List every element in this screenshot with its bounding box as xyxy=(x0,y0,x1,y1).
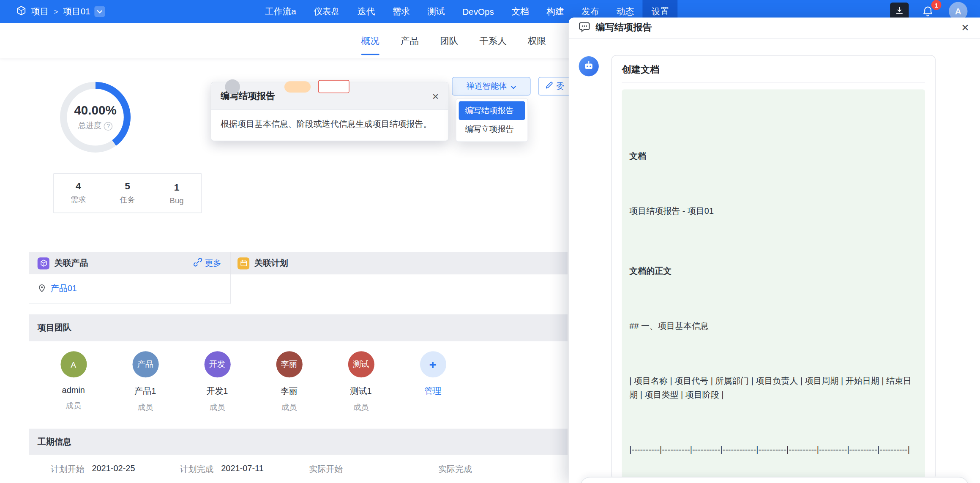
member-avatar[interactable]: 测试 xyxy=(348,351,374,377)
report-panel-header: 编写结项报告 × xyxy=(569,17,980,38)
stat-label: Bug xyxy=(170,196,184,205)
pin-icon xyxy=(38,284,46,294)
topbar-nav-item[interactable]: 仪表盘 xyxy=(305,0,349,23)
schedule-section-title: 工期信息 xyxy=(38,436,71,448)
chat-input[interactable] xyxy=(580,477,969,483)
team-section-header: 项目团队 xyxy=(29,314,568,341)
avatar-badge-gray xyxy=(225,79,240,94)
more-link[interactable]: 更多 xyxy=(193,257,221,269)
topbar-nav-item[interactable]: 工作流a xyxy=(256,0,305,23)
chat-bubble-icon xyxy=(579,21,590,34)
schedule-field-label: 实际开始 xyxy=(309,464,343,475)
related-section-header: 关联产品 更多 关联计划 xyxy=(29,252,568,274)
member-avatar[interactable]: 产品 xyxy=(132,351,158,377)
subnav-tab[interactable]: 干系人 xyxy=(479,23,506,58)
chevron-down-icon xyxy=(94,6,105,17)
delegate-button-label: 委 xyxy=(556,81,564,92)
member-role: 成员 xyxy=(66,401,81,411)
subnav-tab[interactable]: 产品 xyxy=(401,23,419,58)
progress-label-row: 总进度 ? xyxy=(78,120,113,131)
progress-donut: 40.00% 总进度 ? xyxy=(60,82,131,153)
breadcrumb-separator: > xyxy=(54,7,58,16)
progress-label: 总进度 xyxy=(78,120,101,131)
close-icon[interactable]: × xyxy=(432,90,439,102)
add-member-button[interactable]: + xyxy=(420,351,446,377)
document-line: ## 一、项目基本信息 xyxy=(629,319,917,333)
stat-item[interactable]: 4 需求 xyxy=(54,174,103,213)
schedule-fields: 计划开始 2021-02-25 计划完成 2021-07-11 实际开始 xyxy=(29,455,568,483)
breadcrumb-product: 项目 xyxy=(31,6,49,17)
team-members: A admin 成员 产品 产品1 成员 开发 开发1 xyxy=(29,341,568,425)
document-card-title: 创建文档 xyxy=(622,64,925,76)
member-avatar[interactable]: A xyxy=(60,351,87,377)
document-card: 创建文档 文档 项目结项报告 - 项目01 文档的正文 ## 一、项目基本信息 … xyxy=(611,55,936,480)
product-icon xyxy=(38,257,49,269)
stat-item[interactable]: 5 任务 xyxy=(103,174,152,213)
related-products-title: 关联产品 xyxy=(55,257,88,269)
close-icon[interactable]: × xyxy=(961,21,969,34)
agent-dropdown-button[interactable]: 禅道智能体 xyxy=(452,77,530,96)
document-line: | 项目名称 | 项目代号 | 所属部门 | 项目负责人 | 项目周期 | 开始… xyxy=(629,374,917,402)
topbar-nav-item[interactable]: 需求 xyxy=(384,0,419,23)
schedule-field-value: 2021-07-11 xyxy=(221,464,264,475)
progress-percent: 40.00% xyxy=(74,103,116,117)
chevron-down-icon xyxy=(510,82,516,91)
topbar-nav-item[interactable]: 迭代 xyxy=(349,0,384,23)
progress-donut-center: 40.00% 总进度 ? xyxy=(67,89,124,146)
topbar-nav-item[interactable]: 测试 xyxy=(419,0,454,23)
document-line: 文档 xyxy=(629,149,917,163)
card-divider xyxy=(622,82,925,83)
agent-menu-item[interactable]: 编写结项报告 xyxy=(459,101,525,120)
team-member: 李丽 李丽 成员 xyxy=(253,351,325,424)
topbar-nav-item[interactable]: DevOps xyxy=(453,0,502,23)
report-panel-title: 编写结项报告 xyxy=(595,22,652,34)
schedule-field-value: 2021-02-25 xyxy=(92,464,135,475)
team-member: A admin 成员 xyxy=(38,351,109,424)
schedule-section-header: 工期信息 xyxy=(29,429,568,455)
schedule-field: 计划开始 2021-02-25 xyxy=(51,464,180,475)
member-name: 开发1 xyxy=(206,386,228,397)
agent-dropdown-menu: 编写结项报告 编写立项报告 xyxy=(456,98,528,142)
agent-menu-item[interactable]: 编写立项报告 xyxy=(459,120,525,139)
member-name: 产品1 xyxy=(134,386,156,397)
related-plans-title: 关联计划 xyxy=(254,257,288,269)
topbar-nav-item[interactable]: 构建 xyxy=(538,0,573,23)
team-add-member: + 管理 xyxy=(397,351,469,424)
related-products-header: 关联产品 更多 xyxy=(29,257,230,269)
app-root: 项目 > 项目01 工作流a 仪表盘 迭代 需求 测试 DevOps xyxy=(0,0,980,483)
plan-icon xyxy=(237,257,249,269)
member-role: 成员 xyxy=(353,402,369,413)
schedule-field: 实际开始 xyxy=(309,464,438,475)
member-name: 测试1 xyxy=(350,386,372,397)
team-member: 产品 产品1 成员 xyxy=(109,351,181,424)
project-name: 项目01 xyxy=(63,6,90,17)
breadcrumb: 项目 > 项目01 xyxy=(16,0,104,23)
document-line: |----------|----------|----------|------… xyxy=(629,443,917,457)
add-member-label[interactable]: 管理 xyxy=(424,386,441,397)
agent-dropdown-label: 禅道智能体 xyxy=(466,81,507,92)
project-switcher[interactable]: 项目01 xyxy=(63,6,104,17)
subnav-tab[interactable]: 团队 xyxy=(440,23,458,58)
more-link-label: 更多 xyxy=(205,257,221,269)
subnav-tabs: 概况 产品 团队 干系人 权限 xyxy=(361,23,546,58)
document-line: 项目结项报告 - 项目01 xyxy=(629,205,917,218)
member-avatar[interactable]: 开发 xyxy=(204,351,230,377)
subnav-tab[interactable]: 权限 xyxy=(528,23,546,58)
stats-card: 4 需求 5 任务 1 Bug xyxy=(53,173,202,213)
status-badge-orange xyxy=(284,81,311,93)
notification-badge: 1 xyxy=(931,0,942,10)
status-badge-red xyxy=(318,80,349,93)
product-link[interactable]: 产品01 xyxy=(51,283,77,295)
subnav-tab[interactable]: 概况 xyxy=(361,23,379,58)
member-role: 成员 xyxy=(137,402,153,413)
help-icon[interactable]: ? xyxy=(104,122,113,131)
pencil-icon xyxy=(545,81,553,91)
logo-icon xyxy=(16,5,26,17)
member-avatar[interactable]: 李丽 xyxy=(276,351,302,377)
team-section: 项目团队 A admin 成员 产品 产品1 xyxy=(29,314,568,424)
schedule-field: 实际完成 xyxy=(438,464,568,475)
stat-item[interactable]: 1 Bug xyxy=(152,174,201,213)
topbar-nav-item[interactable]: 文档 xyxy=(503,0,538,23)
schedule-field-label: 计划开始 xyxy=(51,464,85,475)
team-member-list: A admin 成员 产品 产品1 成员 开发 开发1 xyxy=(38,351,397,424)
